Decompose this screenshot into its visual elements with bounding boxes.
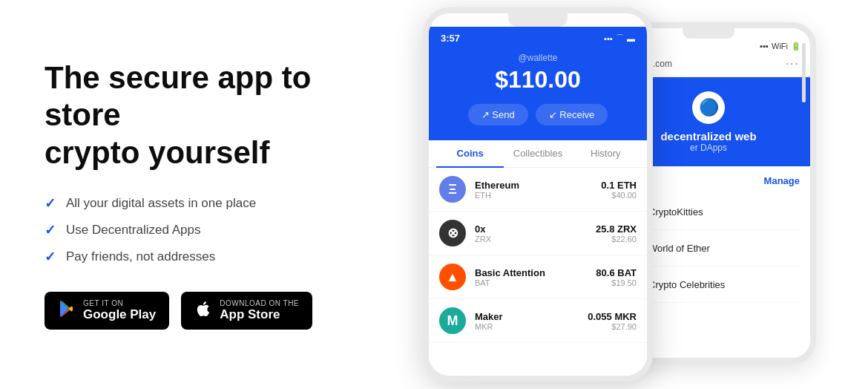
headline: The secure app to store crypto yourself — [45, 59, 341, 171]
battery-icon: 🔋 — [791, 42, 801, 51]
dapp-hero-subtitle: er DApps — [690, 143, 727, 153]
feature-item-3: ✓ Pay friends, not addresses — [45, 249, 341, 265]
feature-text-2: Use Decentralized Apps — [66, 223, 200, 238]
bat-name: Basic Attention — [475, 267, 587, 278]
app-store-text: Download on the App Store — [220, 299, 299, 322]
mkr-symbol: MKR — [475, 322, 579, 331]
coin-row-eth[interactable]: Ξ Ethereum ETH 0.1 ETH $40.00 — [429, 168, 647, 212]
bat-info: Basic Attention BAT — [475, 267, 587, 287]
google-play-small-text: GET IT ON — [83, 299, 156, 307]
zrx-symbol: ZRX — [475, 235, 587, 243]
browser-menu-icon: ··· — [786, 57, 800, 71]
status-icons: ▪▪▪ ⌒ ▬ — [604, 33, 635, 44]
check-icon-2: ✓ — [45, 222, 56, 238]
feature-text-3: Pay friends, not addresses — [66, 249, 215, 264]
eth-info: Ethereum ETH — [475, 180, 592, 200]
eth-symbol: ETH — [475, 191, 592, 200]
headline-line2: crypto yourself — [45, 135, 269, 170]
phone-tabs: Coins Collectibles History — [429, 140, 647, 168]
feature-item-2: ✓ Use Decentralized Apps — [45, 222, 341, 238]
wallet-balance: $110.00 — [441, 66, 635, 94]
phone-notch — [508, 13, 568, 27]
receive-button[interactable]: ↙ Receive — [536, 104, 608, 125]
bat-icon: ▲ — [439, 264, 466, 290]
phone-bg-notch — [683, 28, 734, 39]
left-content: The secure app to store crypto yourself … — [0, 30, 386, 359]
cryptokitties-name: CryptoKitties — [648, 206, 703, 218]
google-play-button[interactable]: GET IT ON Google Play — [45, 292, 169, 330]
phones-area: ▪▪▪ WiFi 🔋 coinbase.com ··· 🔵 decentrali… — [386, 0, 868, 389]
worldofether-name: World of Ether — [648, 243, 710, 254]
wallet-actions: ↗ Send ↙ Receive — [441, 104, 635, 125]
dapp-hero-subtitle-text: er DApps — [690, 143, 727, 153]
app-store-icon — [194, 300, 212, 321]
bat-symbol: BAT — [475, 278, 587, 287]
phone-main: 3:57 ▪▪▪ ⌒ ▬ @wallette $110.00 ↗ Send ↙ … — [423, 7, 653, 382]
phone-screen: 3:57 ▪▪▪ ⌒ ▬ @wallette $110.00 ↗ Send ↙ … — [429, 27, 647, 382]
eth-qty: 0.1 ETH — [601, 180, 637, 191]
page-wrapper: The secure app to store crypto yourself … — [0, 0, 868, 389]
wifi-status-icon: ⌒ — [616, 33, 624, 44]
wallet-username: @wallette — [441, 53, 635, 63]
store-buttons-container: GET IT ON Google Play Download on the Ap… — [45, 292, 341, 330]
eth-amount: 0.1 ETH $40.00 — [601, 180, 637, 200]
tab-coins[interactable]: Coins — [436, 140, 504, 168]
mkr-icon: M — [439, 307, 466, 334]
phone-status-bar: 3:57 ▪▪▪ ⌒ ▬ — [429, 27, 647, 47]
cryptocelebs-name: Crypto Celebrities — [648, 279, 725, 290]
tab-collectibles[interactable]: Collectibles — [504, 140, 571, 168]
wifi-icon: WiFi — [772, 42, 788, 51]
app-store-button[interactable]: Download on the App Store — [181, 292, 312, 330]
google-play-icon — [58, 300, 76, 321]
battery-status-icon: ▬ — [627, 34, 635, 43]
tab-history[interactable]: History — [572, 140, 640, 168]
eth-icon: Ξ — [439, 176, 466, 203]
eth-name: Ethereum — [475, 180, 592, 191]
feature-text-1: All your digital assets in one place — [66, 196, 256, 211]
mkr-qty: 0.055 MKR — [588, 311, 637, 322]
app-store-small-text: Download on the — [220, 299, 299, 307]
zrx-name: 0x — [475, 223, 587, 235]
wallet-header: @wallette $110.00 ↗ Send ↙ Receive — [429, 47, 647, 140]
zrx-info: 0x ZRX — [475, 223, 587, 243]
dapp-hero-title: decentralized web — [660, 130, 756, 143]
scrollbar[interactable] — [802, 43, 806, 102]
mkr-name: Maker — [475, 311, 579, 322]
headline-line1: The secure app to store — [45, 60, 311, 132]
bat-value: $19.50 — [596, 278, 637, 287]
coin-list: Ξ Ethereum ETH 0.1 ETH $40.00 ⊗ — [429, 168, 647, 382]
feature-item-1: ✓ All your digital assets in one place — [45, 195, 341, 212]
status-time: 3:57 — [441, 33, 460, 44]
bat-qty: 80.6 BAT — [596, 267, 637, 278]
eth-value: $40.00 — [601, 191, 637, 200]
signal-bars-icon: ▪▪▪ — [604, 34, 613, 43]
zrx-amount: 25.8 ZRX $22.60 — [596, 223, 637, 243]
bat-amount: 80.6 BAT $19.50 — [596, 267, 637, 287]
coin-row-bat[interactable]: ▲ Basic Attention BAT 80.6 BAT $19.50 — [429, 255, 647, 299]
check-icon-3: ✓ — [45, 249, 56, 265]
coin-row-mkr[interactable]: M Maker MKR 0.055 MKR $27.90 — [429, 299, 647, 343]
check-icon-1: ✓ — [45, 195, 56, 212]
mkr-value: $27.90 — [588, 322, 637, 331]
zrx-qty: 25.8 ZRX — [596, 223, 637, 235]
zrx-icon: ⊗ — [439, 220, 466, 246]
coin-row-zrx[interactable]: ⊗ 0x ZRX 25.8 ZRX $22.60 — [429, 212, 647, 255]
send-button[interactable]: ↗ Send — [468, 104, 528, 125]
google-play-text: GET IT ON Google Play — [83, 299, 156, 322]
mkr-info: Maker MKR — [475, 311, 579, 331]
dapp-logo-icon: 🔵 — [692, 91, 725, 124]
mkr-amount: 0.055 MKR $27.90 — [588, 311, 637, 331]
feature-list: ✓ All your digital assets in one place ✓… — [45, 195, 341, 265]
google-play-large-text: Google Play — [83, 307, 156, 322]
signal-icon: ▪▪▪ — [760, 42, 769, 51]
app-store-large-text: App Store — [220, 307, 299, 322]
zrx-value: $22.60 — [596, 235, 637, 243]
